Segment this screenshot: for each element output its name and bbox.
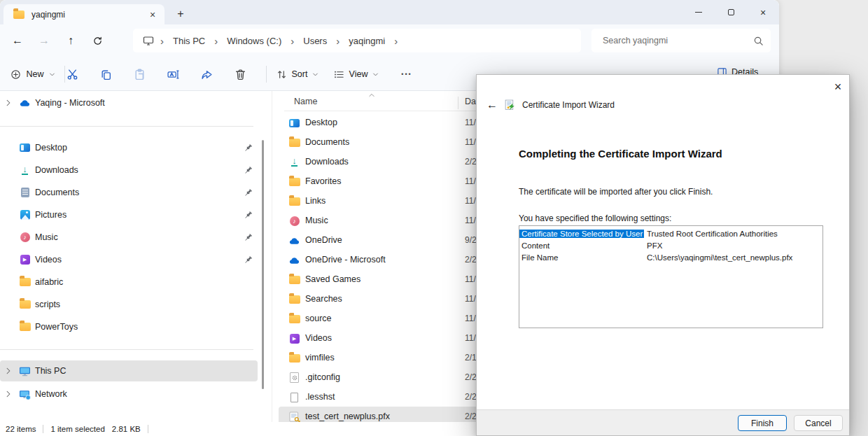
file-date: 2/1 [465, 353, 477, 363]
new-button[interactable]: New [6, 64, 60, 84]
paste-button[interactable] [127, 64, 152, 84]
refresh-button[interactable] [84, 31, 111, 50]
dialog-footer: Finish Cancel [477, 409, 849, 435]
file-row-music[interactable]: ♪ Music 11/ [279, 211, 479, 230]
file-row-searches[interactable]: Searches 11/ [279, 289, 479, 309]
settings-table[interactable]: Certificate Store Selected by User Trust… [519, 225, 823, 328]
settings-row-file-name[interactable]: File Name C:\Users\yaqingmi\test_cert_ne… [519, 251, 822, 263]
wizard-info-text: The certificate will be imported after y… [519, 187, 713, 197]
search-input[interactable] [603, 36, 753, 45]
column-divider[interactable] [458, 97, 458, 109]
file-date: 2/2 [465, 255, 477, 265]
file-row-gitconfig[interactable]: .gitconfig 2/2 [279, 367, 479, 387]
setting-value: C:\Users\yaqingmi\test_cert_newplus.pfx [644, 253, 792, 262]
sort-button[interactable]: Sort [274, 64, 321, 84]
cut-button[interactable] [59, 64, 85, 84]
file-row-favorites[interactable]: Favorites 11/ [279, 171, 479, 191]
sidebar-item-desktop[interactable]: Desktop [0, 137, 259, 158]
file-row-onedrive[interactable]: OneDrive 9/2 [279, 230, 479, 250]
file-row-saved-games[interactable]: Saved Games 11/ [279, 269, 479, 289]
sidebar-item-scripts[interactable]: scripts [0, 294, 259, 315]
file-row-videos[interactable]: ▶ Videos 11/ [279, 328, 479, 348]
folder-icon [289, 197, 300, 206]
sidebar-item-onedrive[interactable]: Yaqing - Microsoft [0, 92, 259, 113]
sidebar-item-downloads[interactable]: ↓ Downloads [0, 160, 259, 181]
up-button[interactable]: ↑ [57, 31, 84, 50]
settings-row-store[interactable]: Certificate Store Selected by User Trust… [519, 227, 822, 239]
file-date: 2/2 [465, 412, 477, 421]
cancel-button[interactable]: Cancel [794, 415, 843, 431]
new-tab-button[interactable]: + [172, 6, 189, 22]
file-date: 11/ [465, 137, 476, 147]
rename-button[interactable] [160, 64, 186, 84]
sidebar-item-this-pc[interactable]: This PC [0, 360, 259, 381]
breadcrumb-chevron-icon: › [290, 35, 294, 47]
file-row-downloads[interactable]: ↓ Downloads 2/2 [279, 152, 479, 171]
sidebar-scrollbar[interactable] [262, 140, 264, 389]
dialog-close-button[interactable]: × [829, 78, 847, 96]
file-row-links[interactable]: Links 11/ [279, 191, 479, 211]
file-name: Music [305, 216, 328, 225]
address-bar[interactable]: › This PC › Windows (C:) › Users › yaqin… [133, 29, 581, 52]
setting-value: Trusted Root Certification Authorities [644, 230, 778, 238]
file-name: Videos [305, 333, 332, 343]
trash-icon [234, 69, 246, 80]
desktop-background: yaqingmi × + × ← → ↑ › This PC › [0, 0, 868, 436]
breadcrumb-yaqingmi[interactable]: yaqingmi [346, 33, 388, 49]
sidebar-item-music[interactable]: ♪ Music [0, 227, 259, 248]
sidebar-item-network[interactable]: Network [0, 384, 259, 405]
file-row-source[interactable]: source 11/ [279, 309, 479, 328]
certificate-import-wizard-dialog: × ← Certificate Import Wizard Completing… [476, 74, 850, 436]
sidebar-item-videos[interactable]: ▶ Videos [0, 249, 259, 270]
view-button[interactable]: View [332, 64, 381, 84]
close-button[interactable]: × [747, 0, 779, 24]
breadcrumb-chevron-icon: › [214, 35, 218, 47]
explorer-tab[interactable]: yaqingmi × [4, 4, 164, 24]
file-row-test-cert-newplus[interactable]: test_cert_newplus.pfx 2/2 [279, 407, 479, 422]
file-name: source [305, 314, 332, 323]
column-header-date[interactable]: Da [465, 97, 476, 106]
file-row-onedrive-microsoft[interactable]: OneDrive - Microsoft 2/2 [279, 250, 479, 269]
file-row-documents[interactable]: Documents 11/ [279, 132, 479, 152]
breadcrumb-users[interactable]: Users [300, 33, 330, 49]
file-date: 9/2 [465, 235, 477, 245]
delete-button[interactable] [227, 64, 253, 84]
file-name: OneDrive [305, 235, 342, 245]
breadcrumb-this-pc[interactable]: This PC [170, 33, 208, 49]
back-button[interactable]: ← [4, 31, 31, 50]
tab-close-icon[interactable]: × [146, 8, 159, 21]
folder-icon [20, 300, 31, 309]
sidebar-item-aifabric[interactable]: aifabric [0, 272, 259, 293]
minimize-button[interactable] [682, 0, 715, 24]
share-button[interactable] [194, 64, 219, 84]
chevron-down-icon [312, 71, 318, 78]
finish-button[interactable]: Finish [738, 415, 787, 431]
maximize-icon [728, 9, 734, 15]
sidebar-item-pictures[interactable]: Pictures [0, 204, 259, 225]
file-date: 11/ [465, 196, 476, 206]
copy-button[interactable] [93, 64, 118, 84]
onedrive-icon [288, 235, 300, 246]
file-row-vimfiles[interactable]: vimfiles 2/1 [279, 348, 479, 367]
header-divider [284, 111, 477, 111]
file-date: 2/2 [465, 157, 477, 167]
more-dots-icon: ••• [401, 71, 412, 78]
dialog-back-button[interactable]: ← [486, 99, 498, 111]
file-date: 11/ [465, 294, 476, 304]
file-row-lesshst[interactable]: .lesshst 2/2 [279, 387, 479, 407]
sidebar-divider [0, 126, 253, 127]
column-header-name[interactable]: Name [294, 97, 317, 106]
folder-icon [20, 323, 31, 331]
folder-icon [289, 295, 300, 304]
forward-button[interactable]: → [31, 31, 57, 50]
navigation-bar: ← → ↑ › This PC › Windows (C:) › Users ›… [0, 24, 779, 57]
sidebar-item-powertoys[interactable]: PowerToys [0, 316, 259, 337]
settings-row-content[interactable]: Content PFX [519, 239, 822, 251]
sidebar-item-documents[interactable]: Documents [0, 182, 259, 203]
maximize-button[interactable] [715, 0, 747, 24]
file-row-desktop[interactable]: Desktop 11/ [279, 113, 479, 132]
breadcrumb-windows-c[interactable]: Windows (C:) [224, 33, 284, 49]
view-icon [334, 69, 344, 80]
file-name: .gitconfig [305, 372, 340, 382]
more-options-button[interactable]: ••• [396, 64, 417, 84]
